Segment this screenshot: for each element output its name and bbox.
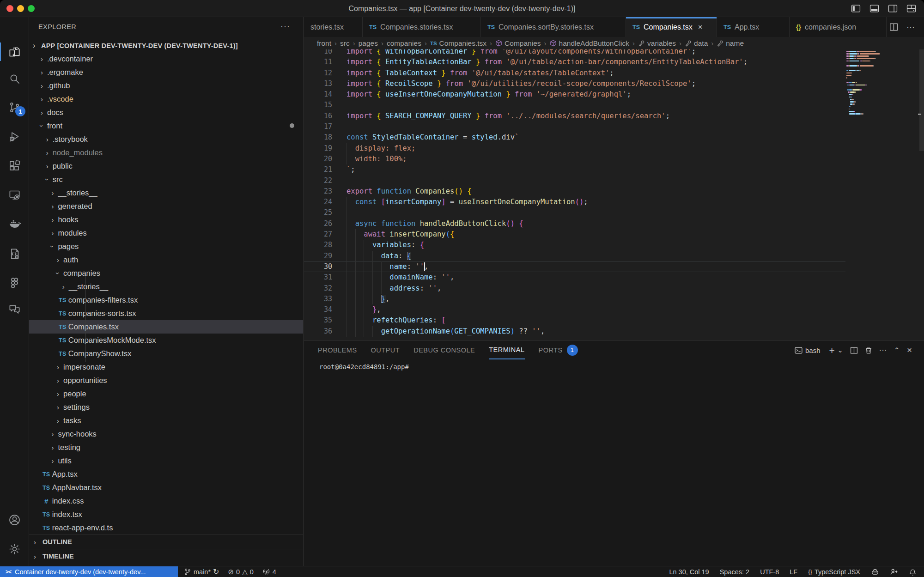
forwarded-ports-status[interactable]: 4 bbox=[262, 568, 276, 576]
code-editor[interactable]: 10import { WithTopBarContainer } from '@… bbox=[304, 49, 924, 340]
code-line-29[interactable]: 29 data: { bbox=[304, 251, 845, 261]
tree-item-__stories__[interactable]: ›__stories__ bbox=[29, 280, 303, 293]
code-line-19[interactable]: 19 display: flex; bbox=[304, 143, 845, 154]
kill-terminal-icon[interactable] bbox=[865, 346, 872, 354]
editor-more-actions-icon[interactable]: ··· bbox=[906, 22, 915, 32]
activity-item-run-debug[interactable] bbox=[0, 125, 29, 147]
tree-item-generated[interactable]: ›generated bbox=[29, 200, 303, 213]
tree-item-index.tsx[interactable]: TSindex.tsx bbox=[29, 508, 303, 521]
tree-item-src[interactable]: ›src bbox=[29, 173, 303, 186]
feedback-icon[interactable] bbox=[890, 568, 898, 576]
panel-tab-ports[interactable]: PORTS1 bbox=[539, 341, 578, 359]
tree-item-.devcontainer[interactable]: ›.devcontainer bbox=[29, 52, 303, 66]
branch-status[interactable]: main* ↻ bbox=[184, 568, 219, 576]
maximize-panel-icon[interactable]: ⌃ bbox=[894, 346, 900, 355]
tree-item-.github[interactable]: ›.github bbox=[29, 79, 303, 92]
tree-item-App.tsx[interactable]: TSApp.tsx bbox=[29, 468, 303, 481]
activity-item-figma[interactable] bbox=[0, 272, 29, 294]
code-line-17[interactable]: 17 bbox=[304, 121, 845, 132]
activity-item-explorer[interactable] bbox=[0, 41, 29, 63]
tree-item-auth[interactable]: ›auth bbox=[29, 253, 303, 267]
tree-item-AppNavbar.tsx[interactable]: TSAppNavbar.tsx bbox=[29, 481, 303, 494]
tab-stories.tsx[interactable]: stories.tsx bbox=[304, 17, 363, 37]
code-line-24[interactable]: 24 const [insertCompany] = useInsertOneC… bbox=[304, 197, 845, 207]
code-line-12[interactable]: 12import { TableContext } from '@/ui/tab… bbox=[304, 68, 845, 79]
activity-item-comments[interactable] bbox=[0, 298, 29, 320]
indentation-status[interactable]: Spaces: 2 bbox=[720, 568, 750, 576]
encoding-status[interactable]: UTF-8 bbox=[760, 568, 779, 576]
close-tab-icon[interactable]: × bbox=[698, 23, 703, 32]
tree-item-CompanyShow.tsx[interactable]: TSCompanyShow.tsx bbox=[29, 347, 303, 360]
code-line-21[interactable]: 21`; bbox=[304, 164, 845, 175]
tree-item-impersonate[interactable]: ›impersonate bbox=[29, 360, 303, 374]
tab-Companies.tsx[interactable]: TSCompanies.tsx× bbox=[626, 17, 717, 37]
tree-item-modules[interactable]: ›modules bbox=[29, 226, 303, 240]
panel-tab-output[interactable]: OUTPUT bbox=[371, 341, 400, 359]
activity-item-account[interactable] bbox=[0, 509, 29, 531]
workspace-section-header[interactable]: › APP [CONTAINER DEV-TWENTY-DEV (DEV-TWE… bbox=[29, 39, 303, 53]
eol-status[interactable]: LF bbox=[790, 568, 797, 576]
code-line-23[interactable]: 23export function Companies() { bbox=[304, 186, 845, 197]
tree-item-.ergomake[interactable]: ›.ergomake bbox=[29, 66, 303, 79]
code-line-10[interactable]: 10import { WithTopBarContainer } from '@… bbox=[304, 49, 845, 57]
toggle-primary-sidebar-icon[interactable] bbox=[850, 3, 861, 14]
panel-more-actions-icon[interactable]: ··· bbox=[879, 346, 887, 355]
breadcrumb-item-variables[interactable]: variables bbox=[638, 39, 676, 48]
breadcrumb-item-data[interactable]: data bbox=[685, 39, 708, 48]
tree-item-.storybook[interactable]: ›.storybook bbox=[29, 133, 303, 146]
breadcrumb-item-front[interactable]: front bbox=[317, 39, 331, 48]
breadcrumb-item-companies[interactable]: companies bbox=[387, 39, 421, 48]
tab-companies.json[interactable]: {}companies.json bbox=[790, 17, 887, 37]
code-line-35[interactable]: 35 refetchQueries: [ bbox=[304, 315, 845, 326]
tab-Companies.sortBy.stories.tsx[interactable]: TSCompanies.sortBy.stories.tsx bbox=[481, 17, 626, 37]
terminal-prompt[interactable]: root@0a42ecd84891:/app# bbox=[319, 363, 409, 370]
tree-item-hooks[interactable]: ›hooks bbox=[29, 213, 303, 226]
tree-item-.vscode[interactable]: ›.vscode bbox=[29, 92, 303, 106]
code-line-32[interactable]: 32 address: '', bbox=[304, 283, 845, 294]
code-line-34[interactable]: 34 }, bbox=[304, 304, 845, 315]
activity-item-remote-explorer[interactable] bbox=[0, 184, 29, 206]
code-line-36[interactable]: 36 getOperationName(GET_COMPANIES) ?? ''… bbox=[304, 326, 845, 337]
notifications-bell-icon[interactable] bbox=[909, 568, 917, 576]
code-line-28[interactable]: 28 variables: { bbox=[304, 240, 845, 250]
code-line-20[interactable]: 20 width: 100%; bbox=[304, 154, 845, 164]
terminal-dropdown-icon[interactable]: ⌄ bbox=[838, 346, 843, 354]
copilot-status-icon[interactable] bbox=[871, 568, 879, 576]
timeline-section[interactable]: › TIMELINE bbox=[29, 549, 303, 563]
code-line-31[interactable]: 31 domainName: '', bbox=[304, 272, 845, 283]
tab-App.tsx[interactable]: TSApp.tsx bbox=[717, 17, 790, 37]
code-line-16[interactable]: 16import { SEARCH_COMPANY_QUERY } from '… bbox=[304, 111, 845, 121]
tree-item-tasks[interactable]: ›tasks bbox=[29, 414, 303, 427]
activity-item-search[interactable] bbox=[0, 67, 29, 90]
code-line-13[interactable]: 13import { RecoilScope } from '@/ui/util… bbox=[304, 79, 845, 89]
code-line-27[interactable]: 27 await insertCompany({ bbox=[304, 229, 845, 240]
activity-item-codegen[interactable] bbox=[0, 243, 29, 265]
code-line-11[interactable]: 11import { EntityTableActionBar } from '… bbox=[304, 57, 845, 67]
breadcrumb-item-src[interactable]: src bbox=[340, 39, 350, 48]
toggle-secondary-sidebar-icon[interactable] bbox=[887, 3, 898, 14]
activity-item-extensions[interactable] bbox=[0, 155, 29, 177]
language-mode-status[interactable]: {} TypeScript JSX bbox=[808, 568, 860, 576]
tree-item-docs[interactable]: ›docs bbox=[29, 106, 303, 119]
breadcrumb-item-Companies[interactable]: Companies bbox=[495, 39, 541, 48]
code-line-14[interactable]: 14import { useInsertOneCompanyMutation }… bbox=[304, 89, 845, 100]
explorer-more-actions-icon[interactable]: ··· bbox=[280, 17, 290, 37]
activity-item-source-control[interactable]: 1 bbox=[0, 96, 29, 118]
split-editor-icon[interactable] bbox=[889, 23, 898, 31]
tree-item-opportunities[interactable]: ›opportunities bbox=[29, 374, 303, 387]
panel-tab-debug-console[interactable]: DEBUG CONSOLE bbox=[413, 341, 475, 359]
code-line-26[interactable]: 26 async function handleAddButtonClick()… bbox=[304, 219, 845, 229]
toggle-panel-icon[interactable] bbox=[869, 3, 880, 14]
code-line-15[interactable]: 15 bbox=[304, 100, 845, 110]
tree-item-Companies.tsx[interactable]: TSCompanies.tsx bbox=[29, 320, 303, 334]
tree-item-public[interactable]: ›public bbox=[29, 159, 303, 173]
new-terminal-icon[interactable]: + bbox=[829, 346, 835, 355]
breadcrumb-item-handleAddButtonClick[interactable]: handleAddButtonClick bbox=[550, 39, 630, 48]
tab-Companies.stories.tsx[interactable]: TSCompanies.stories.tsx bbox=[363, 17, 481, 37]
breadcrumb-item-Companies.tsx[interactable]: TSCompanies.tsx bbox=[430, 39, 486, 48]
customize-layout-icon[interactable] bbox=[906, 3, 917, 14]
breadcrumb-item-name[interactable]: name bbox=[717, 39, 744, 48]
tree-item-pages[interactable]: ›pages bbox=[29, 240, 303, 253]
split-terminal-icon[interactable] bbox=[850, 346, 858, 354]
tree-item-__stories__[interactable]: ›__stories__ bbox=[29, 186, 303, 200]
